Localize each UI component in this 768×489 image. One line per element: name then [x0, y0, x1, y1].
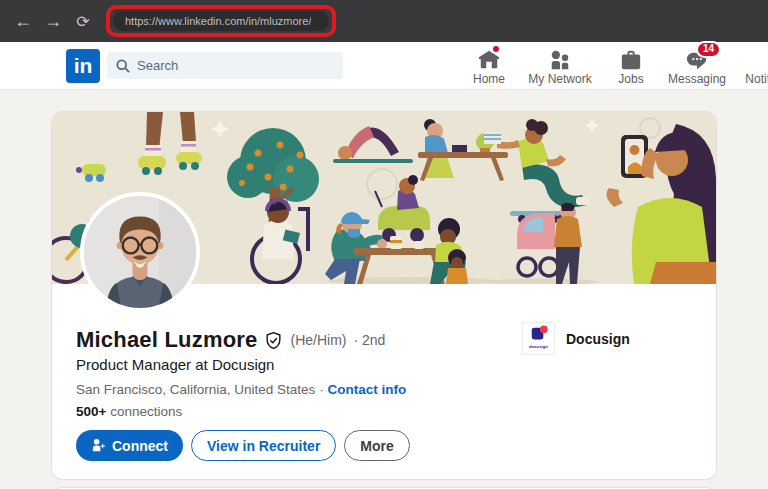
search-input[interactable] — [137, 58, 334, 73]
connect-button[interactable]: Connect — [76, 430, 183, 461]
reload-icon[interactable]: ⟳ — [68, 12, 98, 31]
view-in-recruiter-label: View in Recruiter — [207, 438, 320, 454]
docusign-logo-icon: docusign — [522, 322, 555, 355]
view-in-recruiter-button[interactable]: View in Recruiter — [191, 430, 336, 461]
nav-item-notifications[interactable]: Notifications — [734, 42, 768, 90]
search-icon — [116, 59, 130, 73]
nav-label-jobs: Jobs — [618, 72, 643, 86]
pronouns: (He/Him) — [290, 332, 346, 348]
url-text: https://www.linkedin.com/in/mluzmore/ — [125, 15, 311, 27]
connections-count: 500+ — [76, 404, 106, 419]
nav-item-my-network[interactable]: My Network — [518, 42, 602, 90]
linkedin-logo[interactable]: in — [66, 49, 100, 83]
nav-item-messaging[interactable]: 14 Messaging — [660, 42, 734, 90]
profile-card: Michael Luzmore (He/Him) · 2nd Product M… — [52, 112, 716, 479]
jobs-icon — [620, 49, 642, 71]
back-icon[interactable]: ← — [8, 11, 38, 32]
nav-item-jobs[interactable]: Jobs — [602, 42, 660, 90]
verified-shield-icon[interactable] — [264, 331, 283, 350]
more-button[interactable]: More — [344, 430, 409, 461]
contact-info-link[interactable]: Contact info — [327, 382, 406, 397]
home-badge-dot — [491, 44, 501, 54]
my-network-icon — [549, 49, 571, 71]
nav-label-notifications: Notifications — [745, 72, 768, 86]
profile-location: San Francisco, California, United States — [76, 382, 315, 397]
connections-link[interactable]: 500+ connections — [76, 404, 692, 419]
company-name: Docusign — [566, 331, 630, 347]
address-bar[interactable]: https://www.linkedin.com/in/mluzmore/ — [113, 11, 329, 31]
forward-icon[interactable]: → — [38, 11, 68, 32]
location-separator: · — [319, 382, 324, 397]
profile-photo[interactable] — [80, 192, 200, 312]
person-add-icon — [91, 438, 106, 453]
connect-label: Connect — [112, 438, 168, 454]
nav-label-home: Home — [473, 72, 505, 86]
connection-degree: · 2nd — [353, 332, 385, 348]
docusign-logo-text: docusign — [529, 344, 548, 349]
profile-name: Michael Luzmore — [76, 327, 257, 353]
browser-toolbar: ← → ⟳ https://www.linkedin.com/in/mluzmo… — [0, 0, 768, 42]
linkedin-navbar: in Home My Network Jobs — [0, 42, 768, 90]
profile-info: Michael Luzmore (He/Him) · 2nd Product M… — [52, 284, 716, 479]
red-annotation-box: https://www.linkedin.com/in/mluzmore/ — [106, 5, 336, 37]
search-box[interactable] — [107, 52, 343, 79]
nav-label-my-network: My Network — [528, 72, 591, 86]
nav-label-messaging: Messaging — [668, 72, 726, 86]
nav-items: Home My Network Jobs 14 Messaging Noti — [460, 42, 768, 90]
connections-label: connections — [110, 404, 182, 419]
nav-item-home[interactable]: Home — [460, 42, 518, 90]
more-label: More — [360, 438, 393, 454]
current-company[interactable]: docusign Docusign — [522, 322, 630, 355]
messaging-badge: 14 — [696, 41, 721, 58]
profile-headline: Product Manager at Docusign — [76, 356, 692, 373]
